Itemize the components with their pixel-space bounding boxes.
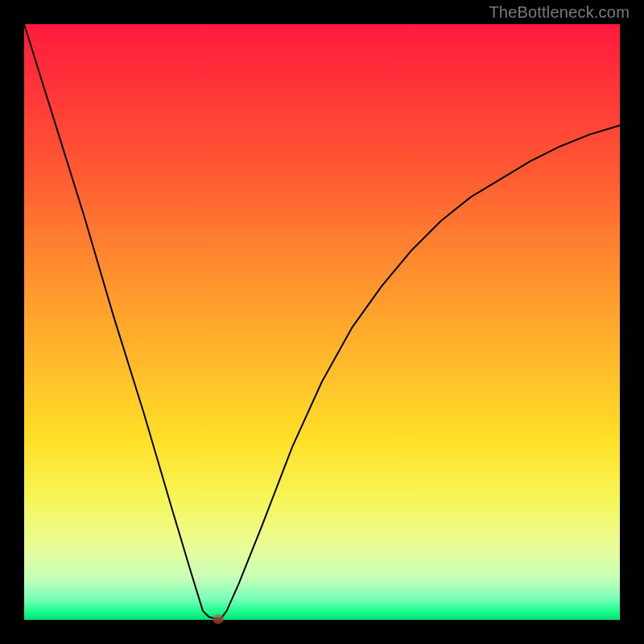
chart-stage: TheBottleneck.com [0, 0, 644, 644]
vertex-dot [213, 614, 224, 624]
watermark-text: TheBottleneck.com [489, 3, 630, 22]
plot-area [24, 24, 620, 620]
curve-layer [24, 24, 620, 620]
bottleneck-curve [24, 24, 620, 619]
